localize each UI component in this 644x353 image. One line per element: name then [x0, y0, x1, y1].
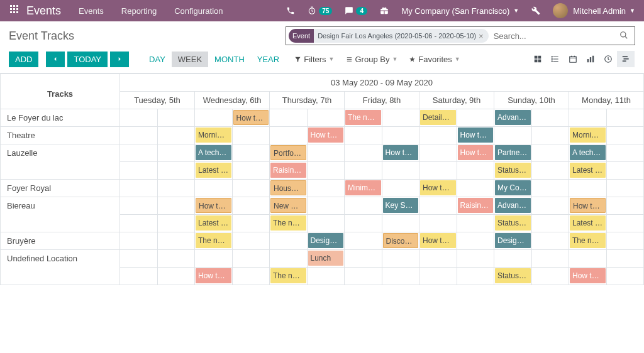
- gantt-cell[interactable]: Design co…: [494, 232, 532, 250]
- gantt-pill[interactable]: How to o…: [420, 180, 456, 195]
- gantt-pill[interactable]: House of …: [270, 180, 306, 195]
- gantt-cell[interactable]: [606, 144, 644, 162]
- close-icon[interactable]: ×: [476, 31, 486, 41]
- gantt-cell[interactable]: How to d…: [569, 268, 607, 285]
- gantt-cell[interactable]: How to d…: [307, 127, 345, 144]
- gantt-cell[interactable]: [606, 250, 644, 268]
- gantt-cell[interactable]: Latest tre…: [195, 215, 233, 232]
- gantt-pill[interactable]: How to b…: [196, 198, 231, 213]
- search-input[interactable]: [490, 31, 614, 41]
- gantt-pill[interactable]: Status & …: [495, 268, 531, 283]
- gantt-cell[interactable]: [606, 268, 644, 285]
- gantt-cell[interactable]: How to b…: [569, 197, 607, 215]
- gantt-cell[interactable]: [345, 144, 382, 162]
- gantt-cell[interactable]: [232, 144, 270, 162]
- gantt-pill[interactable]: The new …: [270, 268, 306, 283]
- gantt-cell[interactable]: [157, 250, 195, 268]
- search-icon[interactable]: [614, 31, 633, 41]
- gantt-cell[interactable]: [494, 127, 532, 144]
- gantt-cell[interactable]: [120, 215, 158, 232]
- chat-badge[interactable]: 4: [338, 6, 374, 15]
- search-facet[interactable]: Event Design Fair Los Angeles (2020-05-0…: [289, 29, 489, 43]
- gantt-cell[interactable]: Latest tre…: [569, 215, 607, 232]
- gantt-cell[interactable]: [270, 109, 308, 127]
- row-label[interactable]: Le Foyer du lac: [1, 109, 120, 127]
- gantt-cell[interactable]: [157, 268, 195, 285]
- gantt-cell[interactable]: New Certi…: [270, 197, 308, 215]
- gantt-cell[interactable]: [345, 232, 382, 250]
- gantt-cell[interactable]: How to in…: [232, 109, 270, 127]
- gantt-cell[interactable]: [606, 232, 644, 250]
- gantt-cell[interactable]: A technic…: [195, 144, 233, 162]
- gantt-cell[interactable]: Advanced…: [494, 197, 532, 215]
- menu-reporting[interactable]: Reporting: [113, 6, 165, 16]
- gantt-pill[interactable]: How to d…: [308, 128, 344, 143]
- gantt-cell[interactable]: Portfolio …: [270, 144, 308, 162]
- gantt-cell[interactable]: [345, 268, 382, 285]
- gantt-cell[interactable]: [120, 232, 158, 250]
- gantt-cell[interactable]: Partnersh…: [494, 144, 532, 162]
- phone-icon[interactable]: [280, 6, 301, 15]
- scale-year[interactable]: YEAR: [251, 52, 286, 67]
- gantt-cell[interactable]: How to b…: [195, 197, 233, 215]
- gantt-cell[interactable]: [232, 162, 270, 180]
- today-button[interactable]: TODAY: [67, 52, 108, 67]
- timer-badge[interactable]: 75: [301, 6, 338, 15]
- gantt-pill[interactable]: A technic…: [570, 145, 606, 160]
- view-graph[interactable]: [582, 51, 599, 67]
- filters-dropdown[interactable]: Filters▼: [294, 55, 334, 64]
- gantt-cell[interactable]: [457, 109, 494, 127]
- gantt-cell[interactable]: [307, 144, 345, 162]
- gantt-cell[interactable]: My Comp…: [494, 180, 532, 197]
- gantt-cell[interactable]: How to d…: [195, 268, 233, 285]
- gantt-pill[interactable]: Morning …: [196, 128, 231, 143]
- gantt-cell[interactable]: [531, 127, 569, 144]
- gantt-cell[interactable]: [157, 180, 195, 197]
- gantt-cell[interactable]: Advanced…: [494, 109, 532, 127]
- favorites-dropdown[interactable]: Favorites▼: [409, 55, 460, 64]
- gantt-pill[interactable]: Portfolio …: [270, 145, 306, 160]
- gantt-cell[interactable]: [270, 127, 308, 144]
- gantt-cell[interactable]: [419, 268, 457, 285]
- gantt-pill[interactable]: Discover …: [383, 233, 419, 248]
- gantt-cell[interactable]: [382, 268, 419, 285]
- gantt-pill[interactable]: Design co…: [495, 233, 531, 248]
- gantt-pill[interactable]: My Comp…: [495, 180, 531, 195]
- apps-menu-icon[interactable]: [3, 5, 26, 16]
- gantt-cell[interactable]: [606, 215, 644, 232]
- prev-button[interactable]: [46, 52, 65, 67]
- gantt-cell[interactable]: [270, 250, 308, 268]
- gantt-pill[interactable]: Morning …: [570, 128, 606, 143]
- gantt-cell[interactable]: [569, 180, 607, 197]
- add-button[interactable]: ADD: [9, 52, 38, 67]
- gantt-pill[interactable]: How to d…: [196, 268, 231, 283]
- menu-configuration[interactable]: Configuration: [165, 6, 231, 16]
- row-label[interactable]: Foyer Royal: [1, 180, 120, 197]
- gantt-cell[interactable]: [494, 250, 532, 268]
- gantt-cell[interactable]: Latest tre…: [569, 162, 607, 180]
- gantt-cell[interactable]: [232, 215, 270, 232]
- gantt-cell[interactable]: [419, 162, 457, 180]
- gantt-cell[interactable]: Morning …: [195, 127, 233, 144]
- gantt-cell[interactable]: [531, 232, 569, 250]
- gantt-pill[interactable]: Minimal b…: [345, 180, 381, 195]
- gantt-cell[interactable]: How to o…: [419, 180, 457, 197]
- gantt-cell[interactable]: [270, 232, 308, 250]
- view-kanban[interactable]: [529, 51, 547, 67]
- gantt-cell[interactable]: Design co…: [307, 232, 345, 250]
- gantt-pill[interactable]: The new …: [570, 233, 606, 248]
- gantt-cell[interactable]: [232, 250, 270, 268]
- gantt-cell[interactable]: Key Succ…: [382, 197, 419, 215]
- gantt-cell[interactable]: [120, 180, 158, 197]
- gantt-pill[interactable]: How to in…: [233, 110, 269, 125]
- gantt-cell[interactable]: [531, 109, 569, 127]
- gantt-pill[interactable]: The new …: [270, 215, 306, 231]
- gantt-cell[interactable]: [606, 162, 644, 180]
- gantt-pill[interactable]: Status & …: [495, 215, 531, 231]
- view-activity[interactable]: [599, 51, 617, 67]
- gantt-cell[interactable]: [307, 180, 345, 197]
- row-label[interactable]: Biereau: [1, 197, 120, 232]
- gantt-cell[interactable]: [120, 250, 158, 268]
- gantt-pill[interactable]: Status & …: [495, 163, 531, 178]
- gantt-cell[interactable]: [307, 109, 345, 127]
